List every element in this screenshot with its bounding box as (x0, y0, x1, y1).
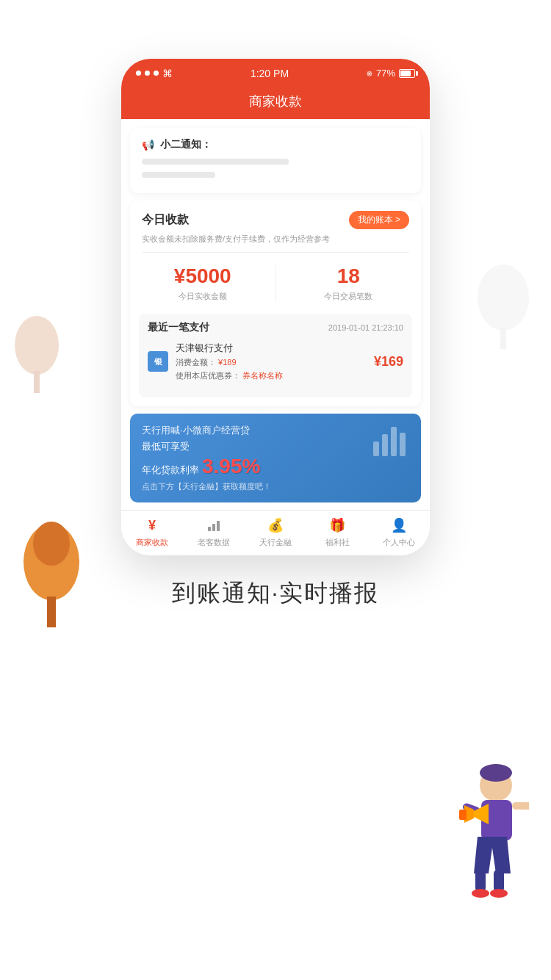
svg-rect-18 (512, 802, 529, 810)
phone-mockup: ⌘ 1:20 PM ⎈ 77% 商家收款 📢 小二通知： (121, 59, 430, 555)
battery-fill (400, 71, 411, 76)
wifi-icon: ⌘ (162, 68, 173, 79)
tab-profile[interactable]: 👤 个人中心 (368, 516, 430, 548)
banner-rate-line2: 年化贷款利率 (142, 464, 199, 477)
notice-text (142, 157, 409, 183)
bank-icon: 银 (148, 351, 168, 372)
tab-label-profile: 个人中心 (383, 537, 415, 548)
tab-bar: ¥ 商家收款 老客数据 💰 天行金融 🎁 福利社 👤 个人中心 (121, 510, 430, 555)
svg-rect-9 (391, 427, 397, 456)
banner-deco-chart (370, 419, 414, 460)
recent-title: 最近一笔支付 (148, 321, 209, 334)
page-wrapper: ⌘ 1:20 PM ⎈ 77% 商家收款 📢 小二通知： (0, 0, 551, 980)
battery-icon (399, 69, 415, 78)
today-count-label: 今日交易笔数 (276, 291, 422, 302)
stat-count-item: 18 今日交易笔数 (276, 264, 422, 302)
character-illustration (433, 760, 529, 907)
tab-merchant-receipt[interactable]: ¥ 商家收款 (121, 516, 183, 548)
svg-rect-3 (500, 327, 506, 349)
tree-decoration-bottom-left (15, 514, 88, 632)
tab-icon-profile: 👤 (390, 516, 408, 534)
notice-title-text: 小二通知： (160, 138, 212, 151)
notice-line2 (142, 172, 215, 178)
tab-customer-data[interactable]: 老客数据 (183, 516, 245, 548)
stat-amount-item: ¥5000 今日实收金额 (130, 264, 276, 302)
svg-point-21 (472, 889, 489, 898)
tab-icon-data (205, 516, 223, 534)
recent-time: 2019-01-01 21:23:10 (328, 323, 403, 332)
tree-decoration-left-top (7, 309, 66, 397)
svg-rect-19 (475, 870, 486, 892)
status-bar: ⌘ 1:20 PM ⎈ 77% (121, 59, 430, 85)
svg-point-15 (480, 764, 512, 782)
svg-rect-10 (400, 433, 406, 456)
ad-banner[interactable]: 天行用喊·小微商户经营贷 最低可享受 年化贷款利率 3.95% 点击下方【天行金… (130, 414, 421, 502)
svg-rect-12 (212, 524, 215, 531)
svg-point-5 (33, 522, 70, 566)
payment-item: 银 天津银行支付 消费金额： ¥189 使用本店优惠券： 券名称名称 ¥1 (148, 342, 403, 390)
tab-icon-receipt: ¥ (143, 516, 161, 534)
payment-coupon: 使用本店优惠券： 券名称名称 (176, 370, 367, 381)
receipt-card: 今日收款 我的账本 > 实收金额未扣除服务费/支付手续费，仅作为经营参考 ¥50… (130, 201, 421, 406)
recent-payment-section: 最近一笔支付 2019-01-01 21:23:10 银 天津银行支付 消费金额… (139, 314, 412, 397)
tab-label-receipt: 商家收款 (136, 537, 168, 548)
bluetooth-icon: ⎈ (367, 68, 372, 79)
receipt-title: 今日收款 (142, 212, 189, 228)
notice-card: 📢 小二通知： (130, 128, 421, 193)
svg-rect-13 (217, 521, 220, 531)
dot3 (154, 71, 159, 76)
svg-rect-23 (459, 810, 467, 820)
notice-icon: 📢 (142, 139, 154, 151)
receipt-subtitle: 实收金额未扣除服务费/支付手续费，仅作为经营参考 (130, 234, 421, 252)
nav-title: 商家收款 (249, 94, 302, 109)
svg-point-22 (490, 889, 508, 898)
consume-amount: ¥189 (218, 358, 236, 367)
notice-line1 (142, 159, 289, 165)
tab-icon-finance: 💰 (267, 516, 284, 534)
today-amount-label: 今日实收金额 (130, 291, 276, 302)
battery-percent: 77% (376, 68, 395, 79)
dot1 (136, 71, 141, 76)
notice-title: 📢 小二通知： (142, 138, 409, 151)
today-count: 18 (276, 264, 422, 288)
svg-rect-11 (208, 527, 211, 531)
svg-point-2 (478, 264, 529, 331)
consume-label: 消费金额： (176, 358, 216, 367)
bottom-tagline-text: 到账通知·实时播报 (172, 580, 380, 606)
tab-welfare[interactable]: 🎁 福利社 (306, 516, 368, 548)
banner-rate-value: 3.95% (202, 455, 260, 478)
recent-payment-header: 最近一笔支付 2019-01-01 21:23:10 (148, 321, 403, 334)
coupon-label: 使用本店优惠券： (176, 371, 240, 380)
my-account-btn[interactable]: 我的账本 > (349, 211, 409, 229)
svg-rect-7 (373, 442, 379, 456)
tab-label-data: 老客数据 (198, 537, 230, 548)
final-amount: ¥169 (374, 354, 403, 370)
receipt-header: 今日收款 我的账本 > (130, 201, 421, 234)
bank-icon-letter: 银 (154, 356, 162, 367)
payment-detail: 消费金额： ¥189 (176, 357, 367, 368)
status-right: ⎈ 77% (367, 68, 415, 79)
svg-rect-1 (34, 371, 40, 393)
nav-bar: 商家收款 (121, 85, 430, 119)
tab-label-finance: 天行金融 (259, 537, 292, 548)
payment-info: 天津银行支付 消费金额： ¥189 使用本店优惠券： 券名称名称 (176, 342, 367, 381)
dot2 (145, 71, 150, 76)
tab-icon-welfare: 🎁 (328, 516, 346, 534)
tab-finance[interactable]: 💰 天行金融 (245, 516, 306, 548)
status-time: 1:20 PM (251, 68, 289, 79)
payment-bank: 天津银行支付 (176, 342, 367, 355)
svg-rect-6 (47, 597, 56, 627)
today-amount: ¥5000 (130, 264, 276, 288)
coupon-name: 券名称名称 (242, 371, 283, 380)
tree-decoration-right (470, 257, 536, 353)
tab-label-welfare: 福利社 (325, 537, 350, 548)
bottom-tagline: 到账通知·实时播报 (172, 577, 380, 639)
svg-point-0 (15, 316, 59, 375)
svg-rect-8 (382, 434, 388, 456)
status-left: ⌘ (136, 68, 173, 79)
receipt-stats: ¥5000 今日实收金额 18 今日交易笔数 (130, 253, 421, 314)
banner-subtitle: 点击下方【天行金融】获取额度吧！ (142, 481, 409, 492)
svg-rect-20 (494, 870, 504, 892)
